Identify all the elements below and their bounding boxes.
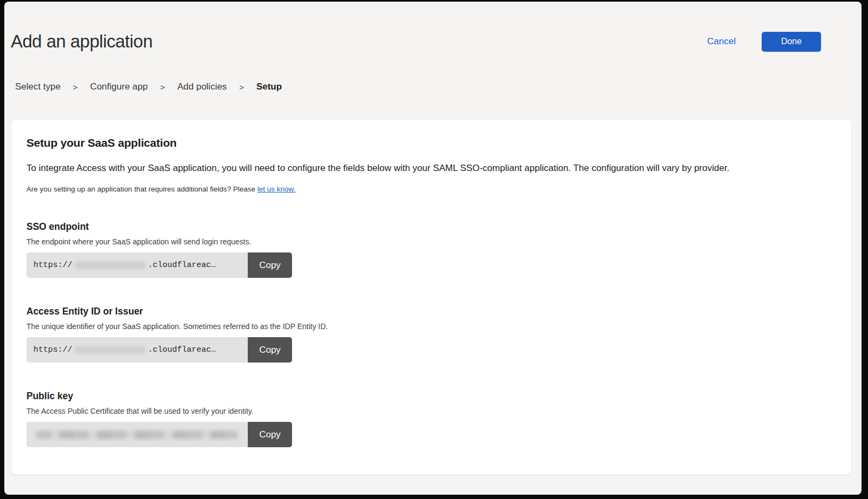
value-suffix: .cloudflareac… [148,345,216,354]
sso-endpoint-value: https://.cloudflareac… [26,252,248,278]
breadcrumb-separator: > [73,83,78,92]
value-prefix: https:// [33,261,72,270]
copy-entity-id-button[interactable]: Copy [248,337,292,363]
note-text: Are you setting up an application that r… [26,185,257,193]
value-suffix: .cloudflareac… [148,261,216,270]
field-sso-endpoint: SSO endpoint The endpoint where your Saa… [26,221,836,278]
value-prefix: https:// [33,345,72,354]
redacted-value-blur [74,261,146,269]
field-label: SSO endpoint [26,221,836,233]
redacted-value-blur [74,346,146,354]
copy-public-key-button[interactable]: Copy [248,422,292,447]
header-actions: Cancel Done [704,32,821,52]
copy-sso-endpoint-button[interactable]: Copy [248,252,292,278]
page-header: Add an application Cancel Done [11,2,852,53]
field-label: Access Entity ID or Issuer [26,306,836,317]
public-key-value-row: Copy [26,422,292,447]
page-title: Add an application [11,30,153,53]
sso-endpoint-value-row: https://.cloudflareac… Copy [26,252,292,278]
card-intro-text: To integrate Access with your SaaS appli… [26,162,836,174]
breadcrumb-step-setup: Setup [256,81,282,92]
breadcrumb-separator: > [239,83,244,92]
field-public-key: Public key The Access Public Certificate… [26,391,836,447]
entity-id-value-row: https://.cloudflareac… Copy [26,337,292,363]
additional-fields-note: Are you setting up an application that r… [26,185,836,193]
redacted-value-blur [36,430,239,439]
public-key-value [26,422,248,447]
breadcrumb-step-select-type[interactable]: Select type [15,81,60,92]
cancel-button[interactable]: Cancel [704,36,739,47]
setup-card: Setup your SaaS application To integrate… [11,119,852,475]
field-description: The unique identifier of your SaaS appli… [26,322,836,331]
breadcrumb-separator: > [160,83,165,92]
field-description: The endpoint where your SaaS application… [26,237,836,246]
card-heading: Setup your SaaS application [26,136,836,149]
let-us-know-link[interactable]: let us know. [257,185,296,193]
breadcrumb: Select type > Configure app > Add polici… [15,81,852,92]
breadcrumb-step-add-policies[interactable]: Add policies [177,81,227,92]
breadcrumb-step-configure-app[interactable]: Configure app [90,81,148,92]
app-window: Add an application Cancel Done Select ty… [4,2,862,495]
field-description: The Access Public Certificate that will … [26,407,836,415]
field-access-entity-id: Access Entity ID or Issuer The unique id… [26,306,836,363]
done-button[interactable]: Done [762,32,821,52]
entity-id-value: https://.cloudflareac… [26,337,248,363]
field-label: Public key [26,391,836,402]
